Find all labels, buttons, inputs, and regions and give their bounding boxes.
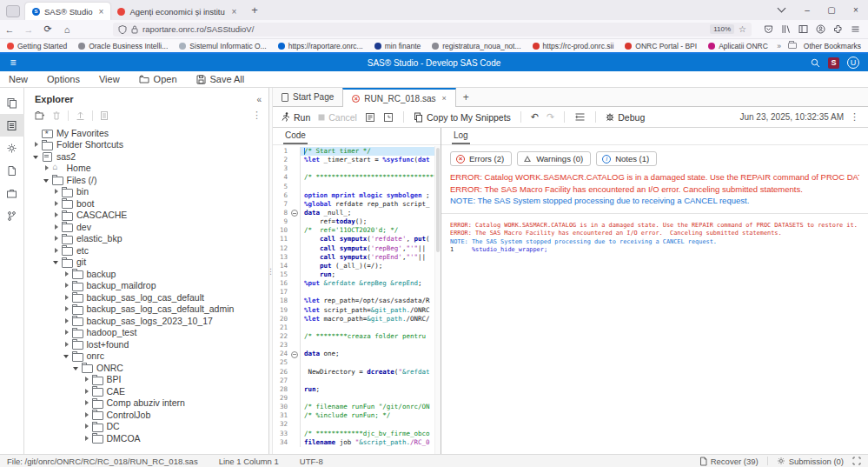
explorer-more-menu-icon[interactable]: ⋮ [252,110,262,121]
submit-batch-icon[interactable] [365,112,375,123]
code-line-31[interactable]: 31/* %include runFun; */ [273,411,441,420]
tasks-rail-icon[interactable] [0,182,24,204]
other-bookmarks-label[interactable]: Other Bookmarks [804,42,861,50]
tree-item-comp-abuziv-intern[interactable]: Comp abuziv intern [24,397,268,410]
code-line-32[interactable]: 32 [273,420,441,429]
expand-icon[interactable] [852,457,861,465]
tree-item-onrc[interactable]: ONRC [24,362,268,374]
search-icon[interactable] [811,58,820,68]
code-line-13[interactable]: 13 call symputx('repEnd',"'"|| [273,253,441,262]
back-button[interactable]: ← [0,24,19,35]
code-line-17[interactable]: 17 [273,288,441,297]
maximize-button[interactable]: ▢ [819,0,844,20]
tree-item-cae[interactable]: CAE [24,385,268,397]
code-line-5[interactable]: 5 [273,183,441,191]
bookmark-item[interactable]: ONRC Portal - BPI [625,42,697,50]
code-line-23[interactable]: 23 [273,341,441,350]
firefox-view-button[interactable] [6,5,20,17]
run-button[interactable]: Run [282,112,310,123]
menu-item-options[interactable]: Options [47,74,80,84]
tree-item-backup-sas-log-cas-default-admin[interactable]: backup_sas_log_cas_default_admin [24,304,268,316]
code-line-4[interactable]: 4/* ********************************* [273,173,441,182]
code-line-14[interactable]: 14 put (_all_)(=/); [273,262,441,270]
notification-badge[interactable]: S [828,57,839,69]
tab-close-icon[interactable]: × [97,7,104,17]
log-message-error[interactable]: ERROR: The SAS Macro Facility has encoun… [450,183,859,196]
tree-item-controljob[interactable]: ControlJob [24,409,268,421]
code-line-33[interactable]: 33/* ************djc_bv_firme_obco [273,430,441,438]
bookmark-item[interactable]: https://rc-prod.onrc.sii [533,42,614,50]
tree-item-cascache[interactable]: CASCACHE [24,210,268,222]
format-code-icon[interactable] [574,112,586,122]
menu-item-save-all[interactable]: Save All [196,74,245,84]
home-button[interactable]: ⌂ [57,24,76,35]
tree-item-dc[interactable]: DC [24,421,268,433]
code-line-16[interactable]: 16%put &refdate &repBeg &repEnd; [273,279,441,288]
user-avatar[interactable]: U [847,57,859,69]
url-bar[interactable]: raportare.onrc.ro/SASStudioV/ 110% ☆ [113,23,752,37]
tree-item-etc[interactable]: etc [24,244,268,257]
tree-item-lost-found[interactable]: lost+found [24,338,268,350]
tree-item-dev[interactable]: dev [24,221,268,233]
recover-button[interactable]: Recover (39) [699,457,759,466]
code-line-11[interactable]: 11 call symputx('refdate', put( [273,235,441,244]
settings-gear-icon[interactable] [0,137,24,159]
bookmarks-overflow-chevron-icon[interactable]: » [777,42,781,50]
tree-item-home[interactable]: Home [24,163,268,175]
menu-item-view[interactable]: View [99,74,120,84]
log-pill-errors[interactable]: Errors (2) [450,151,512,166]
forward-button[interactable]: → [19,24,38,35]
reload-button[interactable]: ⟳ [38,23,57,35]
log-pill-notes[interactable]: Notes (1) [596,151,657,166]
tree-item-files[interactable]: Files (/) [24,174,268,186]
cancel-button[interactable]: Cancel [318,112,357,123]
document-rail-icon[interactable] [0,159,24,182]
pocket-icon[interactable] [762,23,774,36]
bookmark-star-icon[interactable]: ☆ [739,24,746,34]
tree-item-backup-maildrop[interactable]: backup_maildrop [24,280,268,292]
submission-button[interactable]: Submission (0) [777,457,844,466]
sidebar-icon[interactable] [797,23,809,36]
tree-item-git[interactable]: git [24,257,268,269]
account-icon[interactable] [814,23,826,36]
new-document-tab-button[interactable]: + [456,91,478,106]
upload-icon[interactable] [76,110,85,121]
tab-start-page[interactable]: Start Page [273,88,342,106]
extensions-icon[interactable] [832,23,844,36]
code-line-19[interactable]: 19%let script_path=&git_path./ONRC [273,306,441,315]
bookmark-item[interactable]: Getting Started [7,42,67,50]
fold-collapse-icon[interactable] [290,350,300,358]
git-branch-icon[interactable] [0,204,24,227]
close-window-button[interactable]: × [844,0,868,20]
tree-item-onrc[interactable]: onrc [24,350,268,363]
tree-item-boot[interactable]: boot [24,197,268,210]
log-message-error[interactable]: ERROR: Catalog WORK.SASMACR.CATALOG is i… [450,171,859,183]
tree-item-elastic-bkp[interactable]: elastic_bkp [24,233,268,245]
url-text[interactable]: raportare.onrc.ro/SASStudioV/ [142,24,706,34]
code-line-2[interactable]: 2%let _timer_start = %sysfunc(dat [273,156,441,164]
code-line-10[interactable]: 10/* ref='11OCT2020'd; */ [273,226,441,235]
shield-icon[interactable] [118,25,127,34]
browser-tab[interactable]: Agenți economici și instituții p..× [110,3,243,20]
code-line-15[interactable]: 15 run; [273,270,441,279]
code-line-24[interactable]: 24data one; [273,350,441,358]
debug-button[interactable]: Debug [606,112,645,123]
code-line-12[interactable]: 12 call symputx('repBeg',"'"|| [273,244,441,253]
tree-item-folder-shortcuts[interactable]: Folder Shortcuts [24,139,268,151]
new-item-icon[interactable] [35,110,45,121]
tree-item-backup[interactable]: backup [24,268,268,280]
bookmark-item[interactable]: https://raportare.onrc... [278,42,363,50]
tree-item-bin[interactable]: bin [24,186,268,198]
code-line-29[interactable]: 29 [273,394,441,403]
tab-close-icon[interactable]: × [229,7,236,17]
code-line-25[interactable]: 25 [273,358,441,367]
menu-item-new[interactable]: New [9,74,28,84]
tree-item-my-favorites[interactable]: My Favorites [24,127,268,139]
code-line-26[interactable]: 26 NewDirectory = dcreate("&refdat [273,368,441,377]
menu-item-open[interactable]: Open [139,74,177,84]
undo-icon[interactable]: ↶ [531,111,539,123]
code-line-28[interactable]: 28run; [273,385,441,394]
editor-more-menu-icon[interactable]: ⋮ [850,111,859,123]
menu-hamburger-icon[interactable] [849,23,861,36]
tree-item-backup-sas-log-cas-default[interactable]: backup_sas_log_cas_default [24,291,268,304]
